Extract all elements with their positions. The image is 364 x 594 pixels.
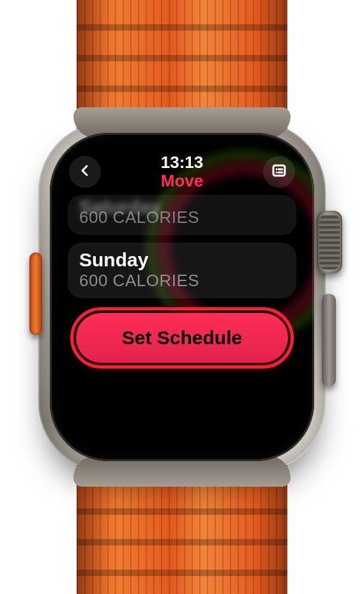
- digital-crown[interactable]: [317, 211, 342, 273]
- screen: 13:13 Move: [66, 149, 298, 445]
- page-title: Move: [101, 172, 263, 190]
- watch-case: 13:13 Move: [38, 121, 326, 473]
- calories-label: 600 CALORIES: [79, 271, 285, 291]
- day-label: Sunday: [79, 249, 285, 271]
- list-icon: [271, 163, 287, 181]
- side-button[interactable]: [322, 294, 336, 386]
- list-item[interactable]: Saturday 600 CALORIES: [68, 195, 296, 235]
- header-center: 13:13 Move: [101, 153, 263, 190]
- display-bezel: 13:13 Move: [50, 133, 314, 461]
- goal-list[interactable]: Saturday 600 CALORIES Sunday 600 CALORIE…: [66, 195, 298, 298]
- schedule-list-button[interactable]: [263, 156, 295, 188]
- cta-highlight: Set Schedule: [70, 307, 294, 369]
- back-button[interactable]: [69, 156, 101, 188]
- svg-point-1: [276, 168, 278, 170]
- status-bar: 13:13 Move: [66, 149, 298, 190]
- list-item[interactable]: Sunday 600 CALORIES: [68, 243, 296, 298]
- svg-rect-0: [273, 165, 285, 176]
- clock-time: 13:13: [101, 153, 263, 172]
- day-label: Saturday: [79, 196, 285, 208]
- svg-point-3: [276, 171, 278, 173]
- action-button[interactable]: [29, 252, 42, 335]
- set-schedule-button[interactable]: Set Schedule: [76, 313, 288, 363]
- chevron-left-icon: [77, 163, 93, 181]
